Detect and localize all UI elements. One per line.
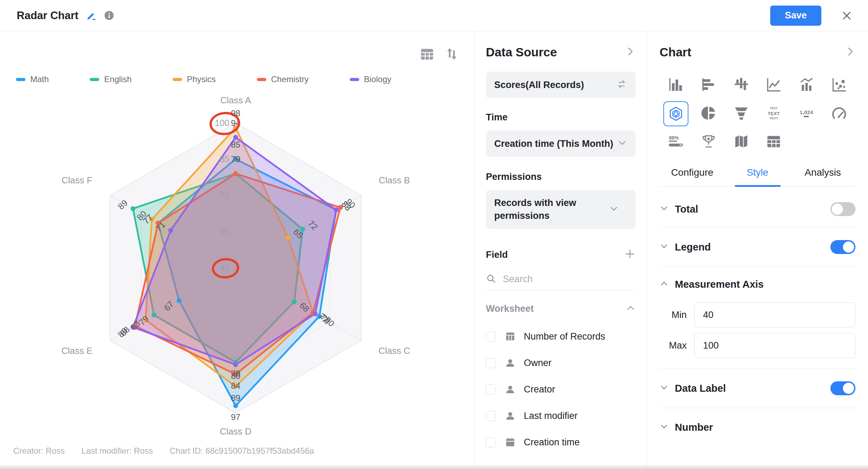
number-card-icon: 1,024 [798,105,814,121]
chevron-down-icon[interactable] [660,383,669,394]
total-toggle[interactable] [830,202,855,216]
data-source-selector[interactable]: Scores(All Records) [486,72,636,98]
section-measurement-axis[interactable]: Measurement Axis [660,267,855,302]
legend-swatch [350,78,359,81]
word-chart-icon: TEXTTEXTTEXT [766,105,782,121]
chart-id-info: Chart ID: 68c915007b1957f53abd456a [169,446,314,456]
min-input[interactable] [694,302,855,327]
section-legend[interactable]: Legend [660,228,855,267]
chevron-right-icon[interactable] [845,46,855,58]
chevron-up-icon[interactable] [626,303,636,314]
checkbox[interactable] [486,437,496,447]
chart-type-radar-chart[interactable] [660,100,692,128]
chevron-down-icon [609,204,619,215]
chart-type-column-chart[interactable] [660,71,692,100]
chart-legend: MathEnglishPhysicsChemistryBiology [16,74,392,84]
legend-item-math[interactable]: Math [16,74,49,84]
chart-type-ranking-chart[interactable] [692,128,725,157]
chart-type-line-chart[interactable] [758,71,790,100]
legend-item-physics[interactable]: Physics [173,74,216,84]
chevron-down-icon[interactable] [660,204,669,214]
legend-toggle[interactable] [830,240,855,254]
chart-type-gauge-chart[interactable] [823,100,855,128]
category-label-class-c: Class C [378,345,410,356]
worksheet-item-label: Owner [524,358,552,368]
checkbox[interactable] [486,384,496,395]
sort-icon[interactable] [444,47,459,63]
chevron-down-icon[interactable] [660,242,669,252]
column-chart-icon [668,77,684,93]
combo-chart-icon [798,77,814,93]
chart-type-combo-chart[interactable] [790,71,823,100]
tab-style[interactable]: Style [725,167,790,186]
legend-item-biology[interactable]: Biology [350,74,392,84]
chart-type-word-chart[interactable]: TEXTTEXTTEXT [758,100,790,128]
section-data-label[interactable]: Data Label [660,369,855,408]
save-button[interactable]: Save [770,6,821,26]
tab-analysis[interactable]: Analysis [790,167,855,186]
chevron-down-icon[interactable] [660,422,669,432]
edit-pencil-icon[interactable] [86,10,96,21]
chart-type-bar-chart[interactable] [692,71,725,100]
chart-type-scatter-chart[interactable] [823,71,855,100]
chart-footer: Creator: Ross Last modifier: Ross Chart … [13,446,314,456]
category-label-class-f: Class F [62,175,92,185]
close-icon[interactable] [841,10,853,22]
permissions-dropdown[interactable]: Records with view permissions [486,190,636,229]
section-number[interactable]: Number [660,408,855,446]
time-dropdown[interactable]: Creation time (This Month) [486,130,636,157]
legend-swatch [16,78,25,81]
section-total[interactable]: Total [660,191,855,227]
data-label: 97 [231,412,240,422]
category-label-class-d: Class D [220,426,251,437]
axis-tick-85: 85 [220,154,229,164]
checkbox[interactable] [486,411,496,421]
max-input[interactable] [694,333,855,358]
svg-text:TEXT: TEXT [768,111,780,116]
tab-configure[interactable]: Configure [660,167,725,186]
chart-type-funnel-chart[interactable] [725,100,758,128]
chevron-up-icon[interactable] [660,279,669,289]
worksheet-item-creation-time[interactable]: Creation time [486,429,636,455]
chart-type-grid: TEXTTEXTTEXT1,02488% [660,71,855,157]
chart-type-progress-chart[interactable]: 88% [660,128,692,157]
number-label: Number [675,422,713,433]
ranking-chart-icon [701,134,717,150]
creator-info: Creator: Ross [13,446,65,456]
category-label-class-e: Class E [61,345,93,356]
chart-type-table-chart[interactable] [758,128,790,157]
data-source-panel: Data Source Scores(All Records) Time Cre… [474,31,647,469]
chart-type-map-chart[interactable] [725,128,758,157]
checkbox[interactable] [486,358,496,368]
svg-text:TEXT: TEXT [770,106,778,110]
legend-item-english[interactable]: English [90,74,132,84]
legend-item-label: Physics [187,74,216,84]
data-label-toggle[interactable] [830,381,855,395]
worksheet-label: Worksheet [486,303,534,314]
chart-panel-title: Chart [660,45,691,59]
chart-type-pie-chart[interactable] [692,100,725,128]
map-chart-icon [733,134,749,150]
data-source-value: Scores(All Records) [494,79,616,92]
chevron-right-icon[interactable] [625,46,636,58]
table-view-icon[interactable] [419,47,435,63]
chart-type-stacked-bar-chart[interactable] [725,71,758,100]
legend-swatch [90,78,99,81]
legend-item-chemistry[interactable]: Chemistry [257,74,309,84]
page-title: Radar Chart [17,9,78,22]
line-chart-icon [766,77,782,93]
worksheet-item-number-of-records[interactable]: Number of Records [486,323,636,350]
checkbox[interactable] [486,332,496,342]
max-label: Max [660,340,687,351]
chart-type-number-card[interactable]: 1,024 [790,100,823,128]
worksheet-item-last-modifier[interactable]: Last modifier [486,403,636,429]
search-input[interactable] [502,273,636,285]
bar-chart-icon [701,77,717,93]
worksheet-item-creator[interactable]: Creator [486,376,636,403]
worksheet-item-owner[interactable]: Owner [486,350,636,376]
scatter-chart-icon [831,77,847,93]
add-field-icon[interactable] [624,248,636,261]
calendar-icon [505,437,515,447]
info-icon[interactable] [104,10,114,21]
search-icon [486,273,496,285]
